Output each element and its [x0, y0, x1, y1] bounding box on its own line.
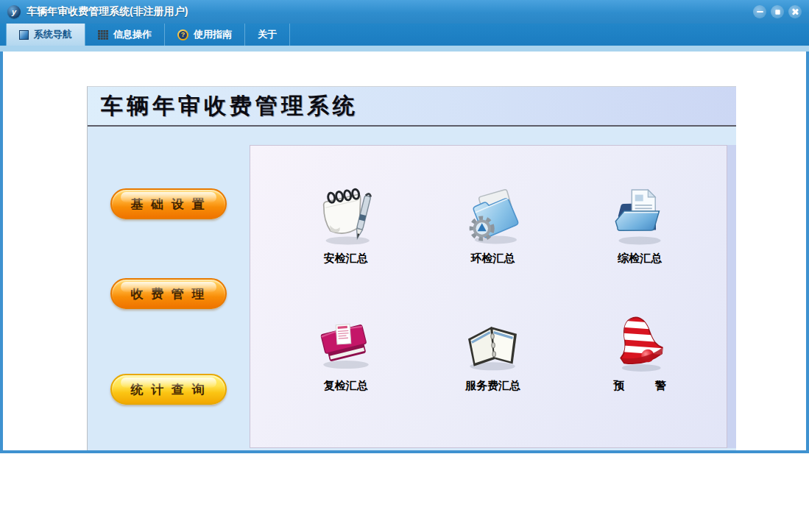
tab-label: 使用指南	[194, 28, 232, 41]
tab-label: 系统导航	[34, 28, 72, 41]
shortcut-safety-inspection-summary[interactable]: 安检汇总	[272, 184, 420, 266]
grid-icon	[98, 30, 108, 40]
shortcut-label: 环检汇总	[470, 252, 515, 266]
shortcut-warning[interactable]: 预 警	[566, 311, 713, 393]
tab-information-operation[interactable]: 信息操作	[85, 24, 165, 46]
shortcut-label: 预 警	[613, 379, 666, 393]
alert-bell-icon	[607, 311, 672, 376]
statistics-query-button[interactable]: 统 计 查 询	[110, 374, 227, 405]
close-icon	[791, 8, 799, 15]
content-area: 车辆年审收费管理系统 基 础 设 置 收 费 管 理 统 计 查 询	[3, 52, 806, 450]
folder-document-icon	[607, 184, 672, 249]
folder-gear-icon	[460, 184, 525, 249]
maximize-button[interactable]	[771, 5, 784, 18]
help-icon: ?	[177, 29, 188, 40]
app-logo-icon: y	[7, 5, 21, 18]
window-icon	[19, 30, 29, 40]
notepad-pen-icon	[314, 184, 378, 249]
shortcut-service-fee-summary[interactable]: 服务费汇总	[420, 311, 567, 393]
shortcut-label: 综检汇总	[618, 252, 662, 266]
minimize-icon	[757, 11, 763, 13]
basic-settings-button[interactable]: 基 础 设 置	[110, 188, 227, 219]
tab-label: 信息操作	[113, 28, 152, 41]
shortcut-label: 服务费汇总	[465, 379, 520, 393]
open-binder-icon	[460, 311, 525, 376]
tab-bar: 系统导航 信息操作 ? 使用指南 关于	[0, 24, 809, 46]
shortcut-panel: 安检汇总	[250, 145, 727, 448]
app-window: y 车辆年审收费管理系统(非注册用户) 系统导航	[0, 0, 809, 453]
main-panel: 车辆年审收费管理系统 基 础 设 置 收 费 管 理 统 计 查 询	[87, 86, 736, 450]
minimize-button[interactable]	[753, 5, 766, 18]
tab-label: 关于	[258, 28, 277, 41]
panel-body: 基 础 设 置 收 费 管 理 统 计 查 询	[88, 128, 736, 450]
window-controls	[753, 5, 802, 18]
maximize-icon	[773, 7, 782, 17]
shortcut-label: 复检汇总	[324, 379, 368, 393]
nav-column: 基 础 设 置 收 费 管 理 统 计 查 询	[88, 128, 250, 450]
panel-header: 车辆年审收费管理系统	[88, 87, 736, 127]
close-button[interactable]	[788, 5, 802, 18]
tab-user-guide[interactable]: ? 使用指南	[165, 24, 245, 46]
shortcut-reinspection-summary[interactable]: 复检汇总	[272, 311, 420, 393]
titlebar: y 车辆年审收费管理系统(非注册用户)	[0, 0, 809, 24]
shortcut-grid: 安检汇总	[250, 146, 727, 393]
shortcut-environmental-inspection-summary[interactable]: 环检汇总	[420, 184, 567, 266]
page-title: 车辆年审收费管理系统	[101, 91, 358, 121]
shortcut-comprehensive-inspection-summary[interactable]: 综检汇总	[566, 184, 713, 266]
tab-system-navigation[interactable]: 系统导航	[6, 24, 85, 46]
tab-about[interactable]: 关于	[245, 24, 290, 46]
fee-management-button[interactable]: 收 费 管 理	[110, 278, 227, 309]
book-note-icon	[314, 311, 378, 376]
tab-content-strip	[0, 46, 809, 52]
window-title: 车辆年审收费管理系统(非注册用户)	[27, 5, 188, 18]
shortcut-label: 安检汇总	[324, 252, 368, 266]
